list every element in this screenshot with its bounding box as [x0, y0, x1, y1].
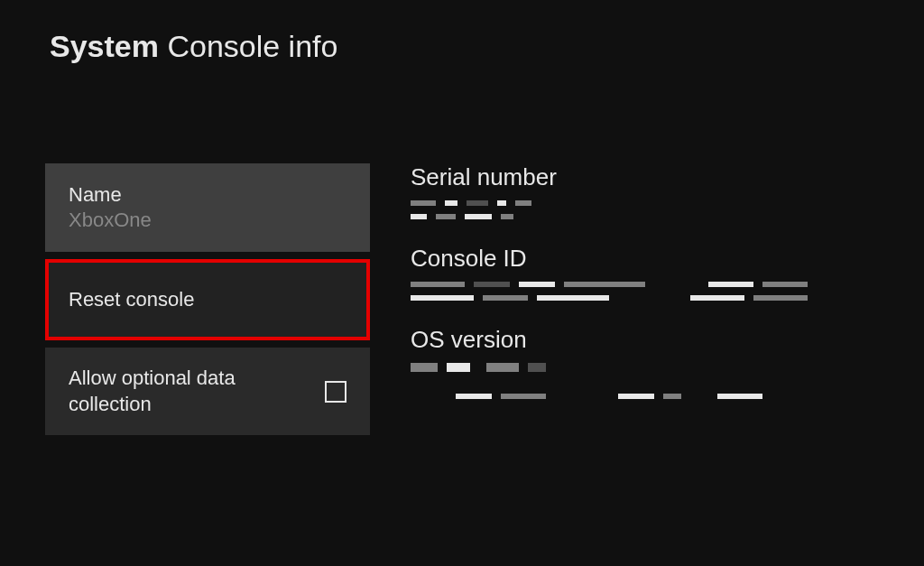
- serial-number-value-redacted: [411, 200, 924, 225]
- reset-label: Reset console: [69, 288, 346, 311]
- console-id-value-redacted: [411, 282, 924, 306]
- settings-list: Name XboxOne Reset console Allow optiona…: [0, 163, 370, 435]
- serial-number-label: Serial number: [411, 163, 924, 191]
- os-version-value-redacted: [411, 363, 924, 404]
- serial-number-item: Serial number: [411, 163, 924, 225]
- header-category: System: [50, 29, 159, 63]
- reset-console-button[interactable]: Reset console: [45, 259, 370, 340]
- os-version-item: OS version: [411, 326, 924, 404]
- name-value: XboxOne: [69, 209, 346, 232]
- console-id-label: Console ID: [411, 245, 924, 273]
- checkbox-icon: [325, 381, 346, 403]
- name-setting-button[interactable]: Name XboxOne: [45, 163, 370, 252]
- name-label: Name: [69, 183, 346, 207]
- os-version-label: OS version: [411, 326, 924, 354]
- data-collection-toggle[interactable]: Allow optional data collection: [45, 348, 370, 435]
- header-page: Console info: [167, 29, 337, 63]
- info-panel: Serial number: [370, 163, 924, 435]
- console-id-item: Console ID: [411, 245, 924, 306]
- page-title: System Console info: [50, 29, 924, 64]
- data-collection-label: Allow optional data collection: [69, 366, 307, 417]
- content-area: Name XboxOne Reset console Allow optiona…: [0, 64, 924, 435]
- page-header: System Console info: [0, 0, 924, 64]
